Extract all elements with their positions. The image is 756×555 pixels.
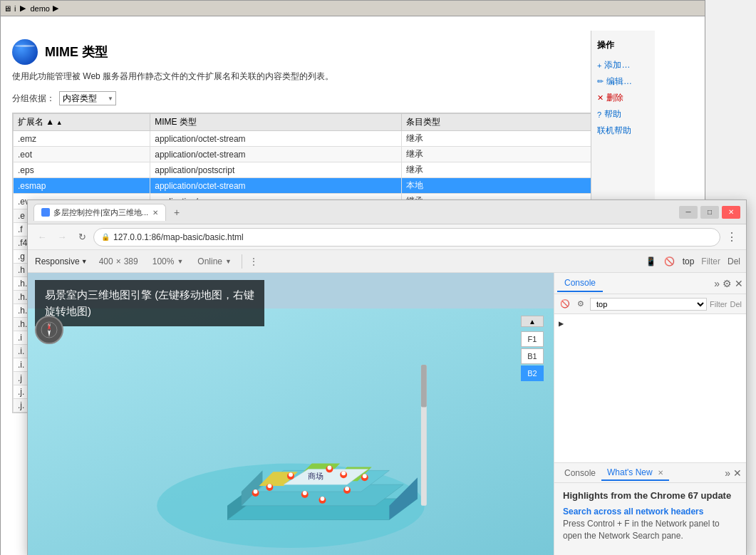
dt-stop-icon[interactable]: 🚫 xyxy=(661,253,678,270)
breadcrumb-icon: 🖥 xyxy=(4,4,11,13)
context-select-label: top xyxy=(680,256,698,266)
breadcrumb-i: i xyxy=(14,4,16,13)
delete-icon: ✕ xyxy=(597,93,604,103)
devtools-topbar: 🚫 ⚙ top Filter Del xyxy=(554,294,746,314)
whats-new-close-btn[interactable]: ✕ xyxy=(658,469,663,477)
devtools-more-btn[interactable]: » xyxy=(714,278,720,289)
devtools-bottom-panel: Console What's New ✕ » ✕ Highlights from… xyxy=(554,462,746,555)
action-delete[interactable]: ✕ 删除 xyxy=(591,90,655,106)
map-3d[interactable]: N ▲ F1 B1 B2 xyxy=(28,308,554,555)
table-cell-ext: .eps xyxy=(14,162,150,178)
minimize-btn[interactable]: ─ xyxy=(679,206,698,219)
dim-x: × xyxy=(116,256,121,266)
floor-buttons: ▲ F1 B1 B2 xyxy=(521,316,544,381)
whats-new-item-0-desc: Press Control + F in the Network panel t… xyxy=(563,518,737,542)
iis-titlebar: 🖥 i ▶ demo ▶ xyxy=(1,1,705,16)
action-edit[interactable]: ✏ 编辑… xyxy=(591,73,655,90)
action-help[interactable]: ? 帮助 xyxy=(591,106,655,123)
online-display[interactable]: Online ▼ xyxy=(197,256,232,266)
help-icon: ? xyxy=(597,110,601,119)
close-btn[interactable]: ✕ xyxy=(722,206,740,219)
action-delete-label: 删除 xyxy=(606,92,623,104)
svg-point-34 xyxy=(321,497,325,501)
zoom-arrow: ▼ xyxy=(177,258,183,265)
compass: N xyxy=(35,316,63,344)
address-bar[interactable]: 🔒 127.0.0.1:86/map-basic/basic.html xyxy=(93,228,720,247)
devtools-topbar-icons: 🚫 ⚙ xyxy=(559,298,587,311)
map-banner: 易景室内三维地图引擎 (左键移动地图，右键 旋转地图) xyxy=(35,280,264,326)
del-label: Del xyxy=(725,256,743,266)
filter-placeholder: Filter xyxy=(710,300,727,308)
separator1 xyxy=(242,254,242,269)
whats-new-item-0-title: Search across all network headers xyxy=(563,507,737,517)
table-row[interactable]: .esmapapplication/octet-stream本地 xyxy=(14,178,630,194)
table-cell-mime: application/octet-stream xyxy=(150,131,401,147)
map-banner-line1: 易景室内三维地图引擎 (左键移动地图，右键 xyxy=(45,287,254,304)
bottom-more-btn[interactable]: » xyxy=(725,467,730,479)
building-map-svg: 商场 xyxy=(28,308,554,555)
floor-f1-btn[interactable]: F1 xyxy=(521,331,544,347)
table-row[interactable]: .emzapplication/octet-stream继承 xyxy=(14,131,630,147)
devtools-settings-btn[interactable]: ⚙ xyxy=(723,278,732,289)
breadcrumb-sep2: ▶ xyxy=(53,4,58,13)
whats-new-tab-label: What's New xyxy=(607,467,653,477)
bottom-panel-close-btn[interactable]: ✕ xyxy=(733,467,742,479)
page-header: MIME 类型 xyxy=(12,39,631,65)
whats-new-content: Highlights from the Chrome 67 update Sea… xyxy=(554,483,746,555)
floor-b2-btn[interactable]: B2 xyxy=(521,365,544,381)
map-area[interactable]: 易景室内三维地图引擎 (左键移动地图，右键 旋转地图) N ▲ xyxy=(28,273,554,555)
console-output[interactable]: ▶ xyxy=(554,314,746,462)
action-add[interactable]: + 添加… xyxy=(591,57,655,73)
online-label: Online xyxy=(197,256,222,266)
context-select[interactable]: top xyxy=(590,298,707,311)
floor-up-btn[interactable]: ▲ xyxy=(521,316,544,327)
whats-new-item-0: Search across all network headers Press … xyxy=(563,507,737,542)
table-row[interactable]: .epsapplication/postscript继承 xyxy=(14,162,630,178)
table-cell-ext: .esmap xyxy=(14,178,150,194)
svg-point-24 xyxy=(267,484,271,488)
svg-point-32 xyxy=(345,487,349,491)
table-cell-mime: application/postscript xyxy=(150,162,401,178)
dt-device-icon[interactable]: 📱 xyxy=(643,253,660,270)
table-cell-mime: application/octet-stream xyxy=(150,178,401,194)
action-help-label: 帮助 xyxy=(604,108,621,120)
dt-filter-icon[interactable]: ⚙ xyxy=(574,298,587,311)
responsive-selector[interactable]: Responsive ▼ xyxy=(31,256,92,266)
action-online-help[interactable]: 联机帮助 xyxy=(591,123,655,139)
svg-point-18 xyxy=(289,472,293,477)
col-mime[interactable]: MIME 类型 xyxy=(150,114,401,131)
responsive-arrow: ▼ xyxy=(81,258,88,265)
add-icon: + xyxy=(597,61,601,70)
tab-close-btn[interactable]: ✕ xyxy=(152,209,158,217)
group-by-select[interactable]: 内容类型 xyxy=(59,91,116,105)
back-btn[interactable]: ← xyxy=(33,229,51,246)
svg-point-20 xyxy=(327,465,331,470)
zoom-display[interactable]: 100% ▼ xyxy=(152,256,184,266)
table-row[interactable]: .eotapplication/octet-stream继承 xyxy=(14,147,630,162)
table-cell-ext: .eot xyxy=(14,147,150,162)
devtools-close-dt-btn[interactable]: ✕ xyxy=(735,278,743,289)
floor-b1-btn[interactable]: B1 xyxy=(521,348,544,364)
devtools-tabs: Console » ⚙ ✕ xyxy=(554,273,746,294)
svg-point-28 xyxy=(303,491,307,495)
console-bottom-tab-label: Console xyxy=(564,468,596,478)
new-tab-btn[interactable]: + xyxy=(169,204,185,220)
col-ext[interactable]: 扩展名 ▲ xyxy=(14,114,150,131)
chrome-tab[interactable]: 多层控制控件|室内三维地... ✕ xyxy=(33,204,166,221)
nav-more-btn[interactable]: ⋮ xyxy=(723,229,740,246)
dt-icon1[interactable]: ⋮ xyxy=(245,253,262,270)
mime-icon xyxy=(12,39,38,65)
refresh-btn[interactable]: ↻ xyxy=(73,229,90,246)
group-by-select-wrap[interactable]: 内容类型 xyxy=(59,91,116,105)
chrome-titlebar: 多层控制控件|室内三维地... ✕ + ─ □ ✕ xyxy=(28,200,746,224)
restore-btn[interactable]: □ xyxy=(700,206,719,219)
console-bottom-tab[interactable]: Console xyxy=(559,466,601,480)
page-title: MIME 类型 xyxy=(45,43,108,61)
map-banner-line2: 旋转地图) xyxy=(45,304,254,320)
dt-prohibit-icon[interactable]: 🚫 xyxy=(559,298,571,311)
forward-btn[interactable]: → xyxy=(53,229,71,246)
console-tab[interactable]: Console xyxy=(557,275,603,292)
whats-new-title: Highlights from the Chrome 67 update xyxy=(563,490,737,501)
devtools-panel: Console » ⚙ ✕ 🚫 ⚙ top Filter Del ▶ xyxy=(554,273,746,555)
whats-new-tab[interactable]: What's New ✕ xyxy=(601,465,669,481)
